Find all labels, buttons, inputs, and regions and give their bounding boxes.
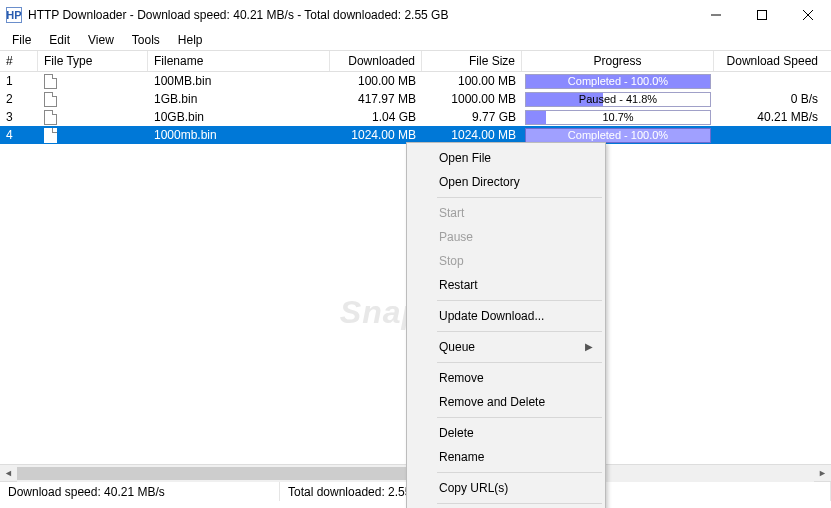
status-download-speed: Download speed: 40.21 MB/s — [0, 482, 280, 501]
cm-update-download[interactable]: Update Download... — [409, 304, 603, 328]
cm-separator — [437, 362, 602, 363]
app-icon: HP — [6, 7, 22, 23]
cell-downloaded: 100.00 MB — [330, 74, 422, 88]
cell-num: 3 — [0, 110, 38, 124]
submenu-arrow-icon: ▶ — [585, 341, 593, 352]
cm-open-directory[interactable]: Open Directory — [409, 170, 603, 194]
column-filename[interactable]: Filename — [148, 51, 330, 71]
maximize-button[interactable] — [739, 0, 785, 30]
context-menu: Open File Open Directory Start Pause Sto… — [406, 142, 606, 508]
column-progress[interactable]: Progress — [522, 51, 714, 71]
scroll-left-arrow-icon[interactable]: ◄ — [0, 465, 17, 482]
column-speed[interactable]: Download Speed — [714, 51, 824, 71]
cm-start[interactable]: Start — [409, 201, 603, 225]
cell-progress: Completed - 100.0% — [522, 73, 714, 90]
menubar: File Edit View Tools Help — [0, 30, 831, 50]
cell-num: 4 — [0, 128, 38, 142]
cm-queue[interactable]: Queue ▶ — [409, 335, 603, 359]
cm-queue-label: Queue — [439, 340, 475, 354]
cell-downloaded: 1024.00 MB — [330, 128, 422, 142]
cm-rename[interactable]: Rename — [409, 445, 603, 469]
cm-separator — [437, 300, 602, 301]
cell-filesize: 1024.00 MB — [422, 128, 522, 142]
cell-filesize: 1000.00 MB — [422, 92, 522, 106]
cell-filetype — [38, 91, 148, 106]
cm-restart[interactable]: Restart — [409, 273, 603, 297]
cell-speed: 40.21 MB/s — [714, 110, 824, 124]
cm-delete[interactable]: Delete — [409, 421, 603, 445]
progress-label: 10.7% — [526, 111, 710, 124]
file-icon — [44, 92, 57, 107]
cm-stop[interactable]: Stop — [409, 249, 603, 273]
scroll-right-arrow-icon[interactable]: ► — [814, 465, 831, 482]
window-controls — [693, 0, 831, 30]
cm-separator — [437, 503, 602, 504]
cell-filename: 1000mb.bin — [148, 128, 330, 142]
progress-label: Completed - 100.0% — [526, 129, 710, 142]
cell-progress: Paused - 41.8% — [522, 91, 714, 108]
cm-remove-and-delete[interactable]: Remove and Delete — [409, 390, 603, 414]
menu-view[interactable]: View — [80, 31, 122, 49]
cell-filetype — [38, 109, 148, 124]
cm-pause[interactable]: Pause — [409, 225, 603, 249]
svg-rect-1 — [758, 11, 767, 20]
download-list: 1100MB.bin100.00 MB100.00 MBCompleted - … — [0, 72, 831, 144]
cell-filename: 10GB.bin — [148, 110, 330, 124]
minimize-button[interactable] — [693, 0, 739, 30]
cell-progress: 10.7% — [522, 109, 714, 126]
menu-edit[interactable]: Edit — [41, 31, 78, 49]
progress-bar: Completed - 100.0% — [525, 74, 711, 89]
progress-bar: Completed - 100.0% — [525, 128, 711, 143]
menu-tools[interactable]: Tools — [124, 31, 168, 49]
column-filetype[interactable]: File Type — [38, 51, 148, 71]
cell-progress: Completed - 100.0% — [522, 127, 714, 144]
cm-separator — [437, 417, 602, 418]
table-header: # File Type Filename Downloaded File Siz… — [0, 50, 831, 72]
cm-open-file[interactable]: Open File — [409, 146, 603, 170]
window-title: HTTP Downloader - Download speed: 40.21 … — [28, 8, 448, 22]
cell-filesize: 100.00 MB — [422, 74, 522, 88]
file-icon — [44, 74, 57, 89]
progress-bar: Paused - 41.8% — [525, 92, 711, 107]
cell-filesize: 9.77 GB — [422, 110, 522, 124]
cm-copy-urls[interactable]: Copy URL(s) — [409, 476, 603, 500]
column-filesize[interactable]: File Size — [422, 51, 522, 71]
close-button[interactable] — [785, 0, 831, 30]
file-icon — [44, 110, 57, 125]
cell-filename: 1GB.bin — [148, 92, 330, 106]
cell-speed: 0 B/s — [714, 92, 824, 106]
cell-downloaded: 417.97 MB — [330, 92, 422, 106]
cm-remove[interactable]: Remove — [409, 366, 603, 390]
progress-label: Paused - 41.8% — [526, 93, 710, 106]
table-row[interactable]: 1100MB.bin100.00 MB100.00 MBCompleted - … — [0, 72, 831, 90]
column-downloaded[interactable]: Downloaded — [330, 51, 422, 71]
titlebar: HP HTTP Downloader - Download speed: 40.… — [0, 0, 831, 30]
cell-downloaded: 1.04 GB — [330, 110, 422, 124]
cm-separator — [437, 197, 602, 198]
cm-separator — [437, 472, 602, 473]
progress-label: Completed - 100.0% — [526, 75, 710, 88]
progress-bar: 10.7% — [525, 110, 711, 125]
table-row[interactable]: 310GB.bin1.04 GB9.77 GB10.7%40.21 MB/s — [0, 108, 831, 126]
cell-filetype — [38, 127, 148, 142]
cell-filetype — [38, 73, 148, 88]
file-icon — [44, 128, 57, 143]
menu-help[interactable]: Help — [170, 31, 211, 49]
cell-num: 2 — [0, 92, 38, 106]
column-num[interactable]: # — [0, 51, 38, 71]
menu-file[interactable]: File — [4, 31, 39, 49]
cm-separator — [437, 331, 602, 332]
cell-filename: 100MB.bin — [148, 74, 330, 88]
cell-num: 1 — [0, 74, 38, 88]
table-row[interactable]: 21GB.bin417.97 MB1000.00 MBPaused - 41.8… — [0, 90, 831, 108]
